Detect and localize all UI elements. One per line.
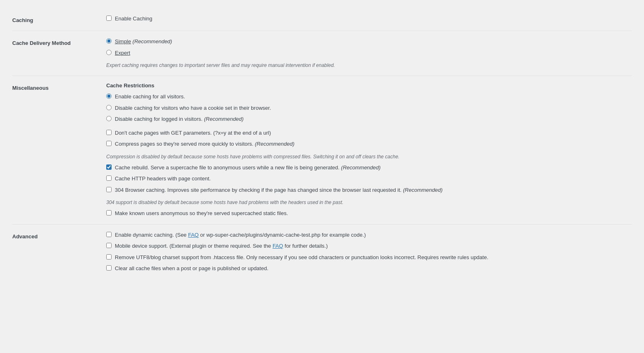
simple-radio[interactable] [106,38,112,44]
simple-label: Simple (Recommended) [115,38,172,46]
get-params-label: Don't cache pages with GET parameters. (… [115,129,271,137]
rebuild-label: Cache rebuild. Serve a supercache file t… [115,164,380,172]
logged-in-radio[interactable] [106,116,112,121]
cookie-label: Disable caching for visitors who have a … [115,104,271,112]
all-visitors-label: Enable caching for all visitors. [115,93,185,101]
clear-cache-label: Clear all cache files when a post or pag… [115,264,268,273]
dynamic-faq-link[interactable]: FAQ [188,232,199,238]
clear-cache-checkbox[interactable] [106,265,112,271]
http-headers-label: Cache HTTP headers with page content. [115,175,211,183]
compress-checkbox[interactable] [106,141,112,146]
caching-label: Caching [12,17,33,23]
get-params-checkbox[interactable] [106,130,112,135]
enable-caching-label: Enable Caching [115,15,152,23]
anon-checkbox[interactable] [106,210,112,215]
mobile-faq-link[interactable]: FAQ [273,243,283,249]
enable-caching-checkbox[interactable] [106,16,112,21]
miscellaneous-label: Miscellaneous [12,85,49,91]
dynamic-caching-label: Enable dynamic caching. (See FAQ or wp-s… [115,231,366,239]
http-headers-checkbox[interactable] [106,175,112,181]
all-visitors-radio[interactable] [106,93,112,99]
compress-label: Compress pages so they're served more qu… [115,140,295,148]
utf8-checkbox[interactable] [106,254,112,260]
mobile-support-label: Mobile device support. (External plugin … [115,242,328,250]
logged-in-label: Disable caching for logged in visitors. … [115,115,244,123]
304-hint: 304 support is disabled by default becau… [106,199,632,206]
compress-hint: Compression is disabled by default becau… [106,153,632,160]
cache-delivery-label: Cache Delivery Method [12,40,71,46]
utf8-label: Remove UTF8/blog charset support from .h… [115,253,488,262]
304-checkbox[interactable] [106,187,112,192]
dynamic-caching-checkbox[interactable] [106,232,112,237]
expert-label: Expert [115,49,130,57]
cookie-radio[interactable] [106,105,112,110]
expert-radio[interactable] [106,50,112,55]
304-label: 304 Browser caching. Improves site perfo… [115,186,443,194]
cache-restrictions-title: Cache Restrictions [106,82,632,89]
rebuild-checkbox[interactable] [106,164,112,170]
advanced-label: Advanced [12,233,38,240]
anon-label: Make known users anonymous so they're se… [115,209,288,218]
expert-hint: Expert caching requires changes to impor… [106,62,632,69]
mobile-support-checkbox[interactable] [106,243,112,248]
